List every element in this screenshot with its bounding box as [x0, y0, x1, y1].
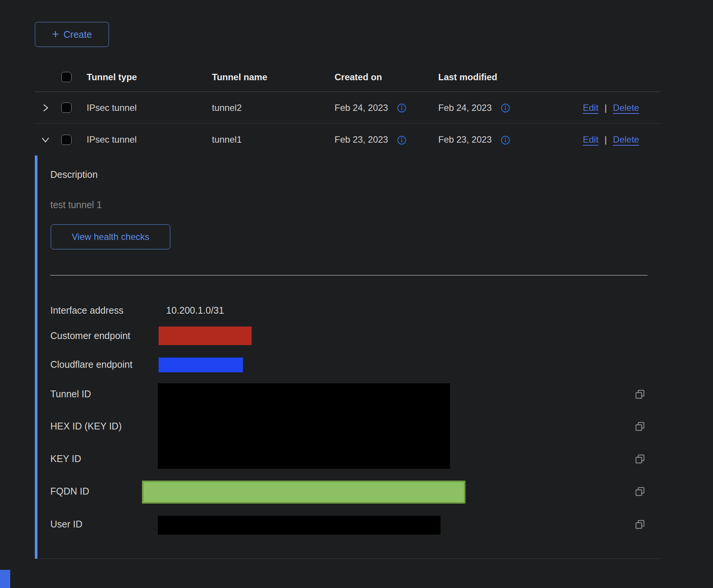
description-label: Description: [50, 169, 98, 180]
tunnel-name-cell: tunnel1: [212, 134, 335, 145]
user-id-redacted-value: [158, 516, 441, 535]
row-checkbox[interactable]: [61, 135, 72, 145]
customer-endpoint-redacted-value: [159, 327, 252, 345]
fqdn-id-redacted-value: [142, 481, 465, 504]
plus-icon: +: [52, 28, 59, 40]
info-icon[interactable]: [501, 103, 510, 113]
column-header-created-on: Created on: [335, 72, 438, 82]
created-on-cell: Feb 23, 2023: [335, 134, 388, 145]
table-header-row: Tunnel type Tunnel name Created on Last …: [35, 62, 660, 92]
column-header-tunnel-type: Tunnel type: [87, 72, 212, 82]
create-button-label: Create: [64, 29, 92, 40]
info-icon[interactable]: [501, 135, 510, 145]
delete-link[interactable]: Delete: [613, 103, 639, 113]
panel-divider: [50, 275, 648, 275]
edit-link[interactable]: Edit: [583, 103, 598, 113]
hex-id-label: HEX ID (KEY ID): [50, 421, 121, 432]
customer-endpoint-label: Customer endpoint: [50, 330, 130, 341]
description-value: test tunnel 1: [50, 199, 102, 210]
view-health-checks-button[interactable]: View health checks: [51, 224, 170, 249]
select-all-checkbox[interactable]: [61, 72, 72, 82]
info-icon[interactable]: [397, 103, 406, 113]
info-icon[interactable]: [397, 135, 406, 145]
edit-link[interactable]: Edit: [583, 134, 598, 145]
create-button[interactable]: + Create: [35, 22, 109, 47]
user-id-label: User ID: [50, 519, 83, 530]
tunnel-detail-panel: Description test tunnel 1 View health ch…: [35, 156, 660, 559]
copy-hex-id-button[interactable]: [635, 421, 645, 432]
copy-user-id-button[interactable]: [635, 519, 645, 530]
last-modified-cell: Feb 23, 2023: [438, 134, 492, 145]
collapse-chevron-down-icon[interactable]: [40, 134, 51, 145]
key-id-label: KEY ID: [50, 453, 81, 464]
tunnels-page: + Create Tunnel type Tunnel name Created…: [0, 0, 713, 588]
last-modified-cell: Feb 24, 2023: [438, 103, 492, 113]
bottom-left-partial-blue-element: [0, 570, 10, 588]
interface-address-value: 10.200.1.0/31: [166, 305, 224, 316]
delete-link[interactable]: Delete: [613, 134, 639, 145]
copy-fqdn-id-button[interactable]: [635, 486, 645, 497]
cloudflare-endpoint-label: Cloudflare endpoint: [50, 359, 132, 370]
tunnel-type-cell: IPsec tunnel: [87, 134, 212, 145]
tunnel-id-label: Tunnel ID: [50, 389, 91, 400]
fqdn-id-label: FQDN ID: [50, 486, 89, 497]
interface-address-label: Interface address: [50, 305, 123, 316]
copy-key-id-button[interactable]: [635, 454, 645, 464]
cloudflare-endpoint-redacted-value: [159, 358, 243, 372]
tunnel-name-cell: tunnel2: [212, 103, 335, 113]
column-header-tunnel-name: Tunnel name: [212, 72, 335, 82]
row-checkbox[interactable]: [61, 103, 72, 113]
copy-tunnel-id-button[interactable]: [635, 389, 645, 400]
action-separator: |: [604, 103, 607, 113]
table-row: IPsec tunnel tunnel2 Feb 24, 2023 Feb 24…: [35, 92, 660, 124]
tunnel-type-cell: IPsec tunnel: [87, 103, 212, 113]
created-on-cell: Feb 24, 2023: [335, 103, 388, 113]
ids-redacted-value: [158, 383, 450, 469]
action-separator: |: [604, 134, 607, 145]
expand-chevron-right-icon[interactable]: [40, 103, 51, 113]
column-header-last-modified: Last modified: [438, 72, 583, 82]
table-row: IPsec tunnel tunnel1 Feb 23, 2023 Feb 23…: [35, 124, 660, 156]
